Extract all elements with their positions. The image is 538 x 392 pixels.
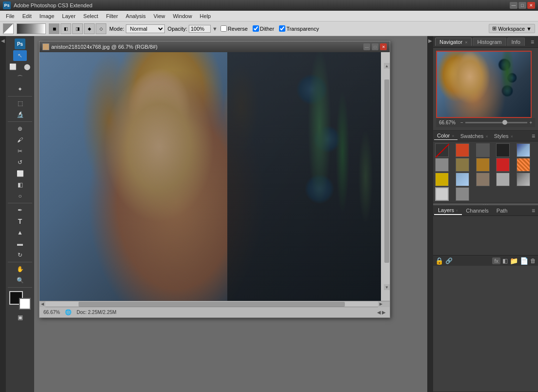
tool-marquee-rect[interactable]: ⬜ [6,61,20,72]
style-swatch-12[interactable] [456,173,469,186]
tool-dodge[interactable]: ○ [13,191,27,201]
tool-eraser[interactable]: ⬜ [13,168,27,179]
vscroll-thumb[interactable] [384,79,389,263]
layers-panel-menu[interactable]: ≡ [530,207,537,214]
transparency-checkbox-label[interactable]: Transparency [279,25,319,32]
tool-crop[interactable]: ⬚ [13,98,27,109]
tab-info[interactable]: Info [507,38,525,46]
menu-select[interactable]: Select [80,12,102,20]
blend-btn-2[interactable]: ◧ [60,23,71,34]
tab-navigator[interactable]: Navigator × [435,38,472,46]
tab-swatches[interactable]: Swatches × [458,132,491,140]
minimize-button[interactable]: — [510,2,518,9]
hscroll-thumb[interactable] [79,302,345,307]
doc-horizontal-scrollbar[interactable]: ◀ ▶ [40,301,390,307]
blend-btn-1[interactable]: ◼ [49,23,60,34]
style-swatch-2[interactable] [456,143,469,157]
tab-layers[interactable]: Layers × [434,206,462,215]
menu-filter[interactable]: Filter [102,12,121,20]
menu-help[interactable]: Help [196,12,215,20]
tool-zoom[interactable]: 🔍 [13,275,27,286]
tool-brush[interactable]: 🖌 [13,135,27,145]
color-tab-close[interactable]: × [452,134,454,138]
layers-mask-icon[interactable]: ◧ [502,257,508,264]
doc-minimize-button[interactable]: — [363,43,370,50]
styles-tab-close[interactable]: × [511,134,513,139]
reverse-checkbox[interactable] [220,25,227,32]
right-panel-collapse[interactable]: ▶ [427,36,433,392]
menu-image[interactable]: Image [36,12,59,20]
style-swatch-7[interactable] [456,158,469,172]
gradient-preview[interactable] [17,23,46,34]
style-swatch-11[interactable] [435,173,449,186]
tab-channels[interactable]: Channels [462,207,492,215]
style-swatch-empty[interactable] [435,143,449,157]
menu-window[interactable]: Window [169,12,196,20]
doc-close-button[interactable]: ✕ [380,43,387,50]
layers-new-icon[interactable]: 📄 [520,257,528,265]
tool-text[interactable]: T [13,216,27,227]
vscroll-up-button[interactable]: ▲ [384,63,390,69]
dither-checkbox[interactable] [253,25,259,32]
close-button[interactable]: ✕ [527,2,535,9]
menu-view[interactable]: View [150,12,169,20]
tab-histogram[interactable]: Histogram [473,38,506,46]
swatches-tab-close[interactable]: × [485,134,488,139]
status-globe-icon[interactable]: 🌐 [65,309,72,315]
layers-tab-close[interactable]: × [456,208,458,213]
tab-styles[interactable]: Styles × [491,132,516,140]
style-swatch-17[interactable] [456,187,469,201]
reverse-checkbox-label[interactable]: Reverse [220,25,248,32]
blend-btn-5[interactable]: ◇ [96,23,106,34]
nav-zoom-thumb[interactable] [502,120,507,125]
doc-vertical-scrollbar[interactable]: ▲ ▼ [384,63,390,290]
foreground-swatch[interactable] [3,23,14,34]
navigator-tab-close[interactable]: × [465,40,467,45]
tool-healing[interactable]: ⊕ [13,123,27,134]
status-nav-right[interactable]: ▶ [382,310,386,315]
tool-history-brush[interactable]: ↺ [13,157,27,168]
doc-maximize-button[interactable]: □ [372,43,379,50]
style-swatch-9[interactable] [496,158,510,172]
tool-pen[interactable]: ✒ [13,205,27,216]
style-swatch-4[interactable] [496,143,510,157]
opacity-input[interactable] [189,25,211,33]
hscroll-track[interactable] [45,301,378,307]
maximize-button[interactable]: □ [518,2,526,9]
layers-fx-button[interactable]: fx [492,257,500,264]
layers-group-icon[interactable]: 📁 [510,257,518,265]
tool-shape[interactable]: ▬ [13,238,27,249]
workspace-button[interactable]: ⊞ Workspace ▼ [489,24,535,33]
menu-analysis[interactable]: Analysis [122,12,150,20]
navigator-panel-menu[interactable]: ≡ [529,39,536,45]
style-swatch-14[interactable] [496,173,510,186]
navigator-preview[interactable] [436,51,532,118]
color-panel-menu[interactable]: ≡ [530,133,537,139]
zoom-in-icon[interactable]: + [529,120,532,125]
menu-edit[interactable]: Edit [19,12,36,20]
tab-paths[interactable]: Path [493,207,512,215]
dither-checkbox-label[interactable]: Dither [253,25,274,32]
style-swatch-15[interactable] [517,173,530,186]
left-panel-collapse[interactable]: ◀ [0,36,6,392]
tool-lasso[interactable]: ⌒ [13,73,27,83]
style-swatch-8[interactable] [476,158,490,172]
transparency-checkbox[interactable] [279,25,285,32]
style-swatch-5[interactable] [517,143,530,157]
tool-marquee-ellipse[interactable]: ⬤ [20,61,34,72]
status-nav-left[interactable]: ◀ [377,310,381,315]
tool-clone[interactable]: ✂ [13,146,27,157]
blend-btn-4[interactable]: ◆ [84,23,95,34]
menu-layer[interactable]: Layer [58,12,80,20]
tool-screen-mode[interactable]: ▣ [13,312,27,323]
layers-lock-icon[interactable]: 🔒 [435,257,443,265]
zoom-out-icon[interactable]: − [460,120,463,125]
background-color[interactable] [19,298,31,310]
tab-color[interactable]: Color × [434,132,458,140]
tool-move[interactable]: ↖ [13,50,27,61]
document-canvas-container[interactable] [40,52,381,301]
opacity-arrow[interactable]: ▼ [212,26,218,32]
style-swatch-10[interactable] [517,158,530,172]
style-swatch-6[interactable] [435,158,449,172]
menu-file[interactable]: File [2,12,19,20]
